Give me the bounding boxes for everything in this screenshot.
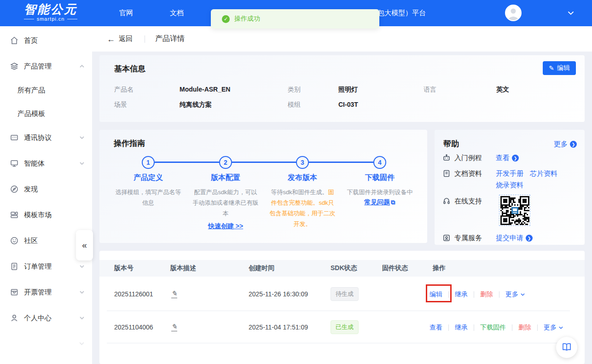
order-doc-icon: [10, 262, 18, 271]
service-badge-icon: [442, 234, 451, 242]
guide-title: 操作指南: [114, 138, 145, 149]
submit-application-link[interactable]: 提交申请❯: [496, 234, 533, 243]
market-icon: [10, 211, 18, 219]
help-card: 帮助 更多 ❯ 入门例程 查看❯ 文档资料 开发手册 芯片资料 烧录资料 在线支…: [435, 130, 585, 245]
layers-icon: [10, 62, 18, 70]
chevron-down-icon: [79, 316, 85, 320]
chevron-down-icon: [79, 136, 85, 139]
chevron-down-icon: [79, 265, 85, 268]
operation-guide-card: 操作指南 1 2 3 4 产品定义 选择模组，填写产品名等信息 版本配置 配置产…: [99, 130, 427, 243]
chip-docs-link[interactable]: 芯片资料: [530, 169, 557, 178]
field-label: 语言: [424, 86, 436, 94]
robot-icon: [442, 154, 451, 162]
breadcrumb-divider: [145, 35, 145, 43]
basic-info-card: 基本信息 ✎ 编辑 产品名 Module-ASR_EN 类别 照明灯 语言 英文…: [99, 55, 585, 122]
sidebar-item-template-market[interactable]: 模板市场: [0, 203, 92, 227]
docs-floating-button[interactable]: [556, 337, 577, 358]
sidebar-item-all-products[interactable]: 所有产品: [0, 78, 92, 102]
qr-code: [499, 195, 530, 225]
view-link[interactable]: 查看❯: [496, 154, 519, 162]
step-circle-3: 3: [296, 156, 309, 169]
field-label: 场景: [114, 101, 127, 109]
help-more-link[interactable]: 更多 ❯: [554, 140, 577, 149]
field-value: CI-03T: [338, 101, 358, 108]
inherit-action-link[interactable]: 继承: [455, 290, 468, 299]
sidebar-item-product-management[interactable]: 产品管理: [0, 54, 92, 78]
arrow-circle-icon: ❯: [512, 155, 519, 162]
help-row-support: 在线支持: [442, 197, 492, 206]
created-time: 2025-11-26 16:30:09: [249, 290, 308, 298]
quick-create-link[interactable]: 快速创建 >>: [208, 222, 243, 231]
step-circle-1: 1: [142, 156, 155, 169]
headset-icon: [442, 197, 451, 205]
back-button[interactable]: ← 返回: [107, 35, 133, 43]
version-number: 20251126001: [114, 290, 153, 298]
field-label: 模组: [288, 101, 301, 109]
row-divider: [107, 311, 570, 311]
home-icon: [10, 36, 18, 45]
compass-icon: [10, 185, 18, 193]
user-icon: [10, 314, 18, 322]
sidebar-item-personal-center[interactable]: 个人中心: [0, 306, 92, 330]
edit-product-button[interactable]: ✎ 编辑: [543, 61, 576, 75]
arrow-circle-icon: ❯: [570, 141, 577, 148]
sidebar-item-discover[interactable]: 发现: [0, 177, 92, 201]
smiley-icon: [10, 237, 18, 245]
success-toast: ✓ 操作成功: [211, 9, 379, 29]
edit-action-link[interactable]: 编辑: [429, 290, 442, 299]
chevron-up-icon: [79, 64, 85, 68]
field-label: 类别: [288, 86, 301, 94]
more-action-link[interactable]: 更多: [544, 324, 563, 332]
sidebar-item-home[interactable]: 首页: [0, 29, 92, 52]
sidebar: 首页 产品管理 所有产品 产品模板 通讯协议 智能体 发现: [0, 26, 92, 364]
delete-action-link[interactable]: 删除: [518, 324, 531, 332]
nav-official-site[interactable]: 官网: [110, 9, 143, 17]
more-action-link[interactable]: 更多: [505, 290, 525, 299]
nav-docs[interactable]: 文档: [160, 9, 193, 17]
breadcrumb: ← 返回 产品详情: [92, 26, 592, 52]
sidebar-item-communication-protocol[interactable]: 通讯协议: [0, 126, 92, 150]
open-book-icon: [562, 343, 572, 352]
chevron-down-icon: [79, 162, 85, 165]
external-link-icon: ⧉: [391, 199, 395, 206]
field-label: 产品名: [114, 86, 133, 94]
created-time: 2025-11-04 17:51:09: [249, 324, 308, 331]
sdk-status-badge: 待生成: [331, 287, 359, 301]
sidebar-item-agent[interactable]: 智能体: [0, 151, 92, 175]
dev-manual-link[interactable]: 开发手册: [496, 169, 523, 178]
versions-table-card: 版本号 版本描述 创建时间 SDK状态 固件状态 操作 20251126001 …: [99, 251, 585, 364]
success-check-icon: ✓: [222, 15, 230, 23]
app-window: 智能公元 smartpi.cn 官网 文档 包大模型）平台 ✓ 操作成功 首页: [0, 0, 592, 364]
download-firmware-link[interactable]: 下载固件: [480, 324, 506, 332]
sidebar-collapse-button[interactable]: «: [76, 230, 93, 260]
avatar-icon: [506, 6, 521, 20]
help-row-docs: 文档资料 开发手册 芯片资料 烧录资料: [442, 169, 575, 190]
top-nav: 官网 文档: [110, 0, 193, 26]
inherit-action-link[interactable]: 继承: [455, 324, 468, 332]
faq-link[interactable]: 常见问题⧉: [364, 198, 395, 207]
version-number: 20251104006: [114, 324, 153, 331]
logo-subtitle: smartpi.cn: [18, 16, 83, 22]
sidebar-item-invoice-management[interactable]: 开票管理: [0, 280, 92, 304]
user-avatar[interactable]: [505, 5, 522, 21]
burn-docs-link[interactable]: 烧录资料: [496, 181, 523, 190]
sidebar-item-product-templates[interactable]: 产品模板: [0, 102, 92, 126]
step-version-config: 版本配置 配置产品sdk能力，可以手动添加或者继承已有版本 快速创建 >>: [191, 173, 260, 231]
invoice-box-icon: [10, 288, 18, 296]
stepper-line: [155, 162, 373, 163]
step-product-definition: 产品定义 选择模组，填写产品名等信息: [114, 173, 183, 208]
logo[interactable]: 智能公元 smartpi.cn: [18, 3, 83, 22]
chevron-down-icon: [79, 290, 85, 294]
basic-info-title: 基本信息: [114, 64, 145, 74]
account-chevron-down-icon[interactable]: [567, 10, 575, 17]
arrow-circle-icon: ❯: [526, 235, 533, 242]
view-action-link[interactable]: 查看: [429, 324, 442, 332]
sidebar-scroll-chevron-down-icon: [79, 340, 85, 347]
edit-description-icon[interactable]: ✎: [171, 289, 177, 298]
table-header-row: 版本号 版本描述 创建时间 SDK状态 固件状态 操作: [99, 260, 585, 277]
row-actions: 查看 继承 下载固件 删除 更多: [429, 324, 563, 332]
delete-action-link[interactable]: 删除: [480, 290, 493, 299]
logo-title: 智能公元: [18, 3, 83, 16]
row-divider: [107, 343, 570, 343]
edit-description-icon[interactable]: ✎: [171, 323, 177, 331]
